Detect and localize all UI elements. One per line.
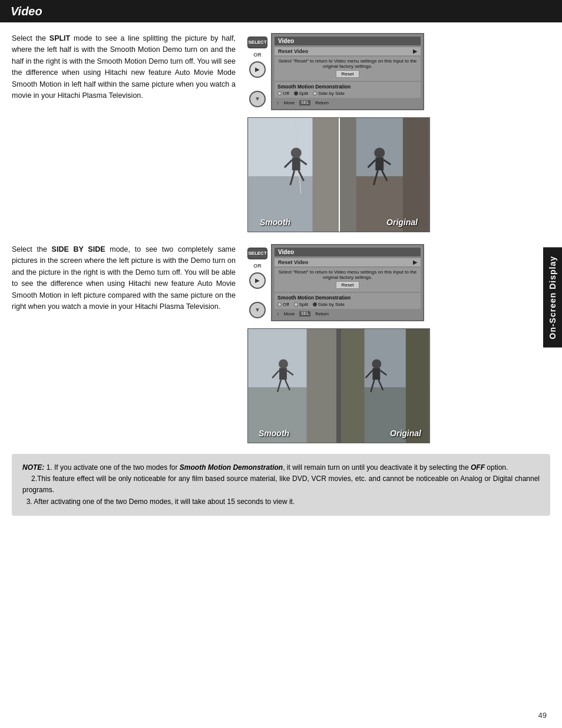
reset-video-label-2: Reset Video (278, 259, 308, 265)
svg-rect-2 (312, 118, 339, 232)
reset-description-1: Select "Reset" to return to Video menu s… (277, 58, 418, 69)
radio-circle-sbs-1 (313, 91, 317, 95)
radio-circle-split-2 (294, 302, 298, 307)
reset-description-2: Select "Reset" to return to Video menu s… (277, 269, 418, 280)
move-label-2: Move (284, 311, 295, 317)
radio-split-1[interactable]: Split (294, 91, 309, 96)
down-icon: ▼ (254, 95, 260, 102)
osd-radio-row-2: Off Split Side by Side (277, 302, 418, 307)
select-label-2: SELECT (248, 251, 267, 256)
note-line-2: 2.This feature effect will be only notic… (22, 473, 540, 496)
radio-off-1[interactable]: Off (277, 91, 289, 96)
osd-menu-1: Video Reset Video ▶ Select "Reset" to re… (271, 33, 424, 110)
smooth-demo-title-2: Smooth Motion Demonstration (277, 295, 418, 301)
svg-rect-24 (279, 368, 287, 380)
sbs-panels-column: SELECT OR ▶ ▼ Video Reset Video ▶ Selec (247, 244, 550, 443)
osd-container-1: SELECT OR ▶ ▼ Video Reset Video ▶ Selec (247, 33, 424, 110)
osd-footer-2: ↕ Move SEL Return (275, 310, 421, 318)
move-label-1: Move (284, 100, 295, 106)
svg-rect-33 (406, 329, 429, 443)
vertical-sidebar-tab: On-Screen Display (543, 248, 562, 348)
header-bar: Video (0, 0, 562, 22)
select-button-2[interactable]: SELECT (247, 248, 267, 259)
circle-button-1[interactable]: ▶ (249, 61, 266, 78)
reset-video-label: Reset Video (278, 48, 308, 54)
osd-reset-section-1: Select "Reset" to return to Video menu s… (275, 57, 421, 81)
osd-menu-title-1: Video (275, 37, 421, 45)
radio-sbs-label-2: Side by Side (318, 302, 345, 307)
osd-menu-row-2: Reset Video ▶ (275, 258, 421, 266)
split-demo-image: Smooth Original (247, 117, 430, 232)
sbs-bold: SIDE BY SIDE (52, 245, 105, 253)
svg-point-14 (374, 147, 385, 158)
note-line-1: 1. If you activate one of the two modes … (47, 463, 508, 472)
radio-off-label-2: Off (283, 302, 289, 307)
radio-sbs-2[interactable]: Side by Side (313, 302, 345, 307)
circle-button-2[interactable]: ▼ (249, 91, 266, 107)
sbs-section-container: Select the SIDE BY SIDE mode, to see two… (0, 244, 562, 443)
radio-sbs-label-1: Side by Side (318, 91, 345, 96)
svg-rect-15 (375, 157, 384, 170)
radio-circle-off-1 (277, 91, 282, 95)
note-text: NOTE: 1. If you activate one of the two … (22, 462, 540, 473)
right-arrow-icon-2: ▶ (255, 277, 260, 284)
osd-smooth-section-2: Smooth Motion Demonstration Off Split (275, 293, 421, 309)
or-label-2: OR (253, 263, 262, 269)
split-section-container: Select the SPLIT mode to see a line spli… (0, 22, 562, 238)
osd-menu-title-2: Video (275, 248, 421, 256)
return-label-1: Return (315, 100, 329, 106)
move-icon-2: ↕ (277, 311, 279, 317)
down-icon-2: ▼ (254, 307, 260, 313)
smooth-motion-demo-italic: Smooth Motion Demonstration (180, 463, 283, 472)
sel-key-2: SEL (299, 311, 310, 317)
svg-point-8 (291, 147, 302, 158)
osd-footer-1: ↕ Move SEL Return (275, 99, 421, 107)
right-arrow-icon: ▶ (255, 66, 260, 73)
circle-button-4[interactable]: ▼ (249, 302, 266, 318)
radio-sbs-1[interactable]: Side by Side (313, 91, 345, 96)
smooth-label-2: Smooth (259, 429, 289, 438)
split-text-column: Select the SPLIT mode to see a line spli… (12, 33, 236, 232)
osd-menu-2: Video Reset Video ▶ Select "Reset" to re… (271, 244, 424, 321)
split-paragraph: Select the SPLIT mode to see a line spli… (12, 33, 236, 101)
svg-point-34 (372, 359, 381, 368)
osd-container-2: SELECT OR ▶ ▼ Video Reset Video ▶ Selec (247, 244, 424, 321)
split-divider (339, 118, 340, 232)
sbs-divider (339, 329, 340, 443)
osd-reset-section-2: Select "Reset" to return to Video menu s… (275, 268, 421, 292)
svg-rect-9 (292, 157, 300, 170)
svg-rect-5 (339, 118, 356, 232)
svg-point-23 (279, 359, 288, 368)
circle-button-3[interactable]: ▶ (249, 272, 266, 289)
osd-buttons-2: SELECT OR ▶ ▼ (247, 248, 267, 318)
radio-split-label-1: Split (299, 91, 309, 96)
smooth-demo-title-1: Smooth Motion Demonstration (277, 84, 418, 90)
radio-off-2[interactable]: Off (277, 302, 289, 307)
sbs-demo-image: Smooth Original (247, 328, 430, 443)
radio-split-2[interactable]: Split (294, 302, 309, 307)
move-icon: ↕ (277, 100, 279, 106)
select-button[interactable]: SELECT (247, 37, 267, 48)
arrow-right-icon-2: ▶ (413, 259, 417, 265)
reset-button-1[interactable]: Reset (336, 70, 359, 78)
svg-rect-6 (403, 118, 429, 232)
svg-rect-32 (341, 329, 365, 443)
radio-split-label-2: Split (299, 302, 309, 307)
sidebar-label: On-Screen Display (548, 256, 557, 340)
original-label-2: Original (390, 429, 421, 438)
reset-button-2[interactable]: Reset (336, 281, 359, 289)
sel-key-1: SEL (299, 100, 310, 106)
off-bold: OFF (471, 463, 485, 472)
note-section: NOTE: 1. If you activate one of the two … (12, 454, 550, 516)
split-panels-column: SELECT OR ▶ ▼ Video Reset Video ▶ Selec (247, 33, 550, 232)
smooth-label-1: Smooth (260, 218, 290, 227)
note-line-3: 3. After activating one of the two Demo … (22, 496, 540, 508)
split-bold: SPLIT (49, 34, 70, 42)
osd-buttons-1: SELECT OR ▶ ▼ (247, 37, 267, 107)
svg-rect-35 (372, 368, 380, 380)
sbs-text-column: Select the SIDE BY SIDE mode, to see two… (12, 244, 236, 443)
return-label-2: Return (315, 311, 329, 317)
note-prefix: NOTE: (22, 463, 44, 472)
osd-smooth-section-1: Smooth Motion Demonstration Off Split (275, 82, 421, 98)
radio-circle-split-1 (294, 91, 298, 95)
